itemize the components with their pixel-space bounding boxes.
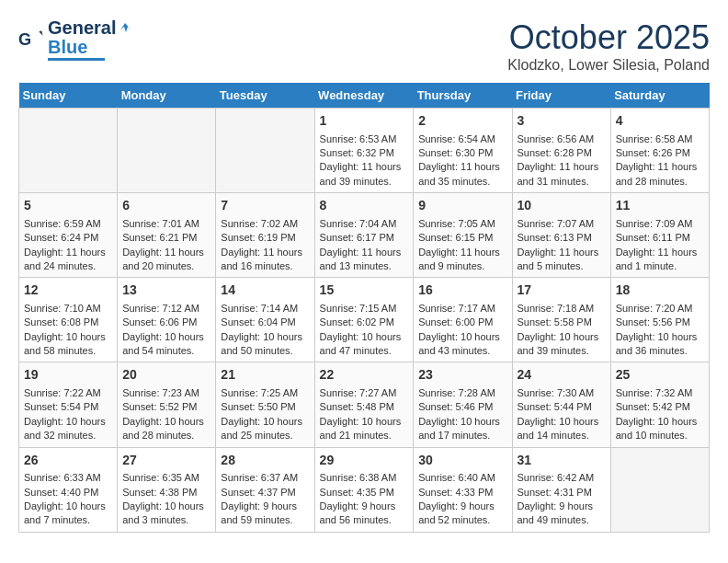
day-info-line: and 5 minutes.: [518, 259, 606, 273]
day-info-line: Daylight: 9 hours: [518, 500, 606, 513]
week-row-2: 12Sunrise: 7:10 AMSunset: 6:08 PMDayligh…: [19, 278, 710, 362]
day-info-line: Sunrise: 7:05 AM: [418, 217, 506, 231]
day-info-line: Sunrise: 6:37 AM: [221, 471, 309, 485]
day-info-line: and 52 minutes.: [418, 513, 506, 527]
day-info-line: and 10 minutes.: [616, 429, 704, 442]
day-info-line: and 43 minutes.: [418, 344, 506, 358]
day-number: 21: [221, 366, 309, 385]
day-info-line: Sunset: 5:56 PM: [616, 316, 704, 329]
day-number: 18: [616, 282, 704, 300]
day-info-line: Daylight: 11 hours: [616, 160, 704, 174]
cell-week4-day5: 31Sunrise: 6:42 AMSunset: 4:31 PMDayligh…: [512, 447, 610, 532]
day-info-line: and 13 minutes.: [320, 259, 409, 273]
cell-week4-day1: 27Sunrise: 6:35 AMSunset: 4:38 PMDayligh…: [118, 447, 216, 532]
day-number: 31: [518, 452, 606, 470]
day-info-line: Daylight: 11 hours: [221, 246, 309, 259]
day-info-line: and 7 minutes.: [24, 513, 112, 527]
day-info-line: and 1 minute.: [616, 259, 704, 273]
day-info-line: Sunset: 6:02 PM: [320, 316, 409, 329]
day-number: 28: [221, 452, 309, 470]
header-saturday: Saturday: [610, 83, 709, 109]
day-info-line: and 20 minutes.: [122, 259, 210, 273]
day-info-line: Sunrise: 7:25 AM: [221, 386, 309, 400]
day-info-line: Sunrise: 7:28 AM: [418, 386, 506, 400]
day-info-line: Daylight: 10 hours: [221, 415, 309, 429]
day-info-line: Sunrise: 7:02 AM: [221, 217, 309, 231]
day-info-line: Sunrise: 7:20 AM: [616, 302, 704, 316]
day-info-line: Sunrise: 6:58 AM: [616, 132, 704, 146]
day-info-line: Daylight: 10 hours: [221, 330, 309, 344]
cell-week3-day2: 21Sunrise: 7:25 AMSunset: 5:50 PMDayligh…: [216, 362, 314, 447]
day-info-line: Daylight: 11 hours: [122, 246, 210, 259]
week-row-1: 5Sunrise: 6:59 AMSunset: 6:24 PMDaylight…: [19, 193, 710, 278]
header-sunday: Sunday: [19, 83, 118, 109]
day-info-line: Sunrise: 6:33 AM: [24, 471, 112, 485]
cell-week2-day4: 16Sunrise: 7:17 AMSunset: 6:00 PMDayligh…: [414, 278, 512, 362]
cell-week1-day0: 5Sunrise: 6:59 AMSunset: 6:24 PMDaylight…: [19, 193, 118, 278]
day-info-line: Sunset: 4:37 PM: [221, 486, 309, 500]
cell-week1-day1: 6Sunrise: 7:01 AMSunset: 6:21 PMDaylight…: [118, 193, 216, 278]
day-info-line: Daylight: 10 hours: [24, 415, 112, 429]
day-number: 24: [518, 366, 606, 385]
logo-blue: Blue: [48, 38, 133, 56]
day-info-line: Daylight: 9 hours: [320, 500, 409, 513]
day-info-line: and 14 minutes.: [518, 429, 606, 442]
day-info-line: Sunrise: 7:01 AM: [122, 217, 210, 231]
week-row-0: 1Sunrise: 6:53 AMSunset: 6:32 PMDaylight…: [19, 109, 710, 193]
day-info-line: and 54 minutes.: [122, 344, 210, 358]
day-info-line: Daylight: 11 hours: [616, 246, 704, 259]
day-info-line: Sunset: 6:24 PM: [24, 231, 112, 245]
cell-week2-day6: 18Sunrise: 7:20 AMSunset: 5:56 PMDayligh…: [610, 278, 709, 362]
day-info-line: Sunrise: 7:14 AM: [221, 302, 309, 316]
day-info-line: Sunrise: 7:15 AM: [320, 302, 409, 316]
logo-underline: [48, 58, 105, 61]
day-info-line: and 24 minutes.: [24, 259, 112, 273]
day-info-line: Sunrise: 7:07 AM: [518, 217, 606, 231]
day-info-line: Sunset: 4:33 PM: [418, 486, 506, 500]
day-info-line: Sunrise: 7:12 AM: [122, 302, 210, 316]
day-info-line: Sunset: 6:06 PM: [122, 316, 210, 329]
day-info-line: Sunset: 6:04 PM: [221, 316, 309, 329]
day-info-line: Daylight: 11 hours: [320, 160, 409, 174]
cell-week0-day0: [19, 109, 118, 193]
day-info-line: Sunrise: 7:23 AM: [122, 386, 210, 400]
day-info-line: Sunset: 6:28 PM: [518, 146, 606, 160]
day-info-line: and 28 minutes.: [616, 175, 704, 189]
day-info-line: and 36 minutes.: [616, 344, 704, 358]
day-info-line: Daylight: 11 hours: [518, 160, 606, 174]
day-info-line: and 3 minutes.: [122, 513, 210, 527]
day-number: 7: [221, 197, 309, 215]
day-info-line: Sunset: 6:08 PM: [24, 316, 112, 329]
day-info-line: Sunrise: 7:04 AM: [320, 217, 409, 231]
day-info-line: Daylight: 11 hours: [418, 246, 506, 259]
header-tuesday: Tuesday: [216, 83, 314, 109]
day-info-line: Sunrise: 7:22 AM: [24, 386, 112, 400]
logo-text-block: General Blue: [48, 18, 133, 61]
day-number: 15: [320, 282, 409, 300]
calendar-table: Sunday Monday Tuesday Wednesday Thursday…: [18, 83, 710, 533]
logo: G General Blue: [18, 18, 133, 61]
day-info-line: Sunset: 6:26 PM: [616, 146, 704, 160]
day-info-line: Sunset: 4:31 PM: [518, 486, 606, 500]
day-info-line: Sunrise: 7:18 AM: [518, 302, 606, 316]
day-number: 3: [518, 112, 606, 131]
day-info-line: Daylight: 11 hours: [24, 246, 112, 259]
day-info-line: Sunrise: 7:09 AM: [616, 217, 704, 231]
day-number: 9: [418, 197, 506, 215]
day-number: 27: [122, 452, 210, 470]
day-info-line: Daylight: 10 hours: [122, 330, 210, 344]
svg-text:G: G: [18, 29, 31, 48]
day-info-line: and 39 minutes.: [320, 175, 409, 189]
day-info-line: Sunrise: 7:17 AM: [418, 302, 506, 316]
day-info-line: Sunset: 6:00 PM: [418, 316, 506, 329]
cell-week3-day5: 24Sunrise: 7:30 AMSunset: 5:44 PMDayligh…: [512, 362, 610, 447]
svg-marker-2: [39, 30, 42, 36]
cell-week0-day1: [118, 109, 216, 193]
cell-week1-day3: 8Sunrise: 7:04 AMSunset: 6:17 PMDaylight…: [314, 193, 414, 278]
day-info-line: Sunset: 4:35 PM: [320, 486, 409, 500]
logo-icon: G: [18, 27, 44, 52]
day-info-line: Daylight: 10 hours: [616, 330, 704, 344]
day-info-line: Sunrise: 6:38 AM: [320, 471, 409, 485]
day-info-line: Sunset: 5:58 PM: [518, 316, 606, 329]
day-info-line: Daylight: 9 hours: [221, 500, 309, 513]
